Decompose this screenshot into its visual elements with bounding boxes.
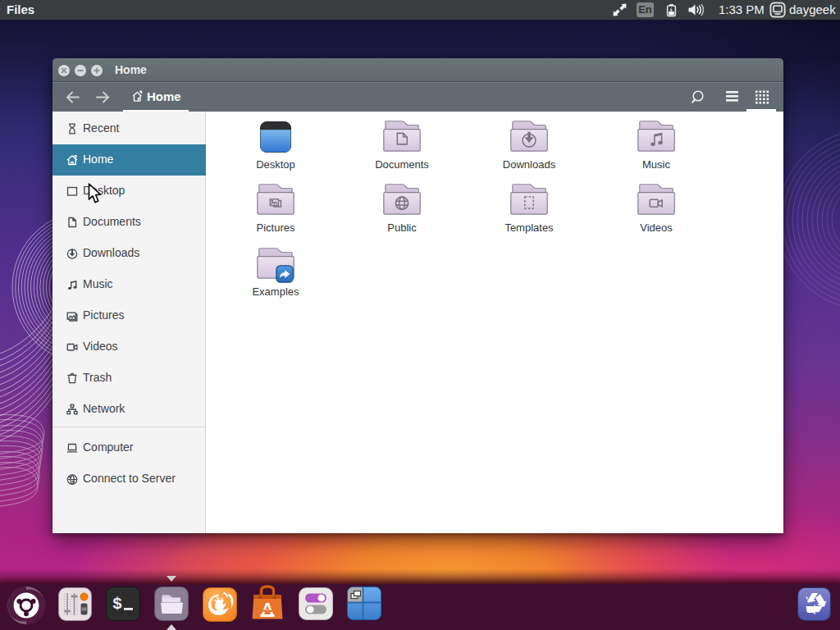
svg-text:$: $ bbox=[112, 595, 122, 614]
